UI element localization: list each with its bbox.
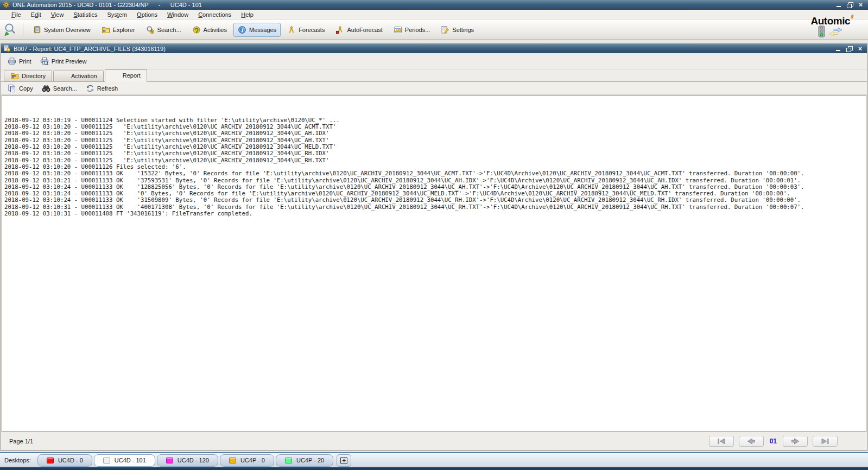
system-overview-icon: [33, 26, 41, 34]
desktop-tab-label: UC4P - 0: [240, 457, 265, 463]
menu-item[interactable]: Help: [236, 10, 258, 19]
print-toolbar-button[interactable]: Print Preview: [36, 54, 91, 68]
pagination: 01: [709, 436, 838, 447]
toolbar-button-label: Search...: [157, 27, 181, 33]
report-window: B007 - Report: UC4_FTP_ARCHIVE_FILES (34…: [1, 43, 867, 451]
toolbar-button[interactable]: i Messages: [233, 23, 281, 37]
app-titlebar: ONE Automation 2015 - UC4D - 0101 - G223…: [0, 0, 868, 10]
report-action-button[interactable]: Search...: [37, 81, 81, 96]
traffic-light-icon: [818, 26, 825, 39]
refresh-icon: [86, 84, 94, 93]
report-tab[interactable]: Report: [105, 69, 147, 82]
report-tab-label: Report: [123, 72, 141, 79]
last-page-icon[interactable]: [813, 436, 838, 447]
current-page-number: 01: [769, 437, 778, 445]
toolbar-button[interactable]: Forecasts: [283, 23, 329, 37]
periods-icon: [394, 26, 402, 34]
toolbar-button[interactable]: AutoForecast: [331, 23, 387, 37]
log-line: 2018-09-12 03:10:31 - U00011408 FT '3430…: [4, 211, 864, 217]
activities-icon: [192, 26, 201, 34]
log-line: 2018-09-12 03:10:20 - U00011133 OK '1532…: [4, 170, 864, 177]
toolbar-button-label: Explorer: [113, 27, 135, 33]
print-toolbar-button[interactable]: Print: [3, 54, 36, 68]
connection-status: [818, 26, 842, 39]
toolbar-button-label: Periods...: [405, 27, 430, 33]
report-content[interactable]: 2018-09-12 03:10:19 - U00011124 Selectio…: [2, 95, 866, 432]
taskbar-bottom-strip: [0, 467, 868, 470]
menu-item[interactable]: System: [102, 10, 132, 19]
desktop-color-swatch: [103, 458, 110, 463]
report-window-title: B007 - Report: UC4_FTP_ARCHIVE_FILES (34…: [14, 46, 166, 52]
first-page-icon[interactable]: [709, 436, 734, 447]
plus-icon: +: [340, 457, 347, 464]
desktop-tab[interactable]: UC4P - 20: [276, 454, 333, 467]
previous-page-icon[interactable]: [739, 436, 764, 447]
restore-icon[interactable]: [845, 1, 854, 9]
log-line: 2018-09-12 03:10:20 - U00011125 'E:\util…: [4, 130, 864, 137]
close-icon[interactable]: ×: [856, 45, 865, 53]
window-controls: ×: [833, 1, 865, 9]
report-tab[interactable]: Directory: [4, 71, 52, 81]
desktop-tab-label: UC4D - 101: [115, 457, 146, 463]
minimize-icon[interactable]: [834, 45, 843, 53]
menu-item[interactable]: Options: [132, 10, 162, 19]
menu-item[interactable]: Statistics: [68, 10, 102, 19]
toolbar-button-label: Forecasts: [299, 27, 325, 33]
directory-icon: [10, 72, 19, 80]
toolbar-button[interactable]: System Overview: [28, 23, 95, 37]
toolbar-button[interactable]: Settings: [436, 23, 478, 37]
print-icon: [8, 57, 16, 66]
minimize-icon[interactable]: [834, 1, 844, 9]
log-line: 2018-09-12 03:10:24 - U00011133 OK '3150…: [4, 197, 864, 204]
toolbar-button-label: Settings: [452, 27, 474, 33]
menu-item[interactable]: Window: [162, 10, 193, 19]
report-action-button-label: Copy: [19, 85, 33, 92]
report-tab-label: Activation: [71, 73, 97, 79]
toolbar-button[interactable]: Periods...: [389, 23, 434, 37]
toolbar-button-label: Activities: [204, 27, 227, 33]
menu-item[interactable]: File: [7, 10, 26, 19]
desktops-label: Desktops:: [4, 457, 31, 463]
print-toolbar: Print Print Preview: [1, 53, 867, 69]
report-tabs: Directory Activation Report: [1, 69, 867, 82]
next-page-icon[interactable]: [783, 436, 808, 447]
desktop-tab[interactable]: UC4P - 0: [220, 454, 274, 467]
log-line: 2018-09-12 03:10:20 - U00011125 'E:\util…: [4, 150, 864, 157]
toolbar-button[interactable]: Search...: [142, 23, 186, 37]
add-desktop-button[interactable]: +: [337, 454, 351, 467]
menu-item[interactable]: Edit: [26, 10, 46, 19]
desktop-tab[interactable]: UC4D - 0: [37, 454, 92, 467]
binoculars-icon: [42, 84, 50, 93]
report-tab[interactable]: Activation: [53, 71, 104, 81]
forecasts-icon: [287, 26, 296, 34]
report-window-titlebar: B007 - Report: UC4_FTP_ARCHIVE_FILES (34…: [1, 44, 867, 53]
search-icon: [146, 26, 155, 34]
report-tab-label: Directory: [22, 73, 46, 79]
toolbar-button[interactable]: Activities: [188, 23, 231, 37]
messages-icon: i: [238, 26, 246, 34]
print-toolbar-button-label: Print: [19, 58, 31, 65]
desktop-tabs: UC4D - 0 UC4D - 101 UC4D - 120 UC4P - 0 …: [37, 453, 335, 467]
quick-search-icon[interactable]: [3, 22, 18, 37]
desktop-tab[interactable]: UC4D - 101: [94, 454, 155, 467]
report-action-button[interactable]: Refresh: [81, 81, 123, 96]
restore-icon[interactable]: [845, 45, 854, 53]
desktops-bar: Desktops: UC4D - 0 UC4D - 101 UC4D - 120…: [0, 452, 868, 467]
desktop-color-swatch: [166, 458, 173, 463]
toolbar-button[interactable]: Explorer: [97, 23, 140, 37]
desktop-tab-label: UC4P - 20: [296, 457, 324, 463]
menu-item[interactable]: View: [46, 10, 69, 19]
desktop-tab-label: UC4D - 120: [178, 457, 209, 463]
desktop-color-swatch: [285, 458, 292, 463]
report-log: 2018-09-12 03:10:19 - U00011124 Selectio…: [2, 96, 866, 219]
toolbar-button-label: AutoForecast: [347, 27, 382, 33]
print-toolbar-button-label: Print Preview: [52, 58, 87, 65]
autoforecast-icon: [335, 26, 344, 34]
desktop-tab[interactable]: UC4D - 120: [157, 454, 218, 467]
close-icon[interactable]: ×: [856, 1, 865, 9]
report-window-icon: [3, 45, 11, 53]
report-action-button[interactable]: Copy: [3, 81, 37, 96]
page-label: Page 1/1: [9, 438, 33, 444]
report-actions-toolbar: Copy Search... Refresh: [1, 82, 867, 95]
menu-item[interactable]: Connections: [193, 10, 236, 19]
